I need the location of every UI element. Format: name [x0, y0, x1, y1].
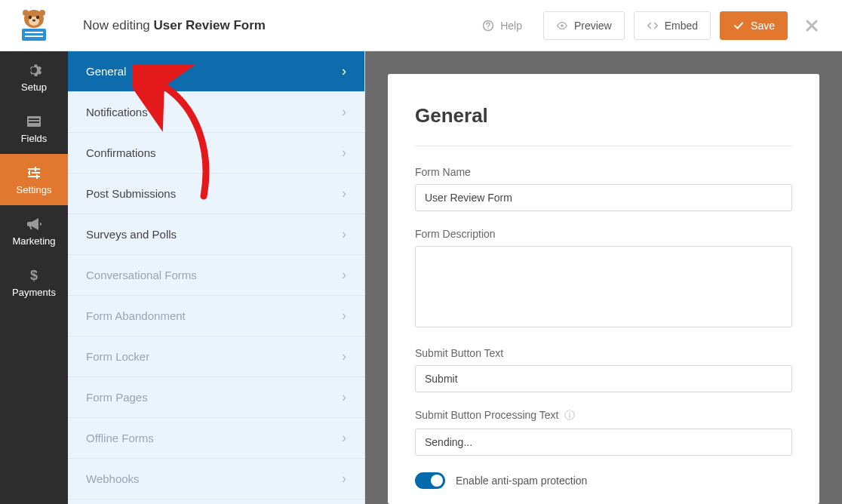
help-label: Help [500, 20, 522, 32]
chevron-right-icon: › [342, 186, 346, 201]
gear-icon [26, 62, 42, 78]
chevron-right-icon: › [342, 349, 346, 364]
svg-point-1 [23, 10, 29, 16]
svg-rect-14 [29, 118, 39, 120]
form-name-label: Form Name [415, 166, 792, 178]
svg-point-12 [561, 24, 564, 27]
sidebar-item-settings[interactable]: Settings [0, 154, 68, 205]
logo-cell [0, 9, 68, 42]
chevron-right-icon: › [342, 430, 346, 446]
sidebar-label: Setup [21, 81, 47, 93]
submit-processing-input[interactable] [415, 429, 792, 456]
svg-point-6 [32, 19, 35, 21]
panel-item-surveys-and-polls[interactable]: Surveys and Polls › [68, 214, 364, 255]
panel-item-form-abandonment[interactable]: Form Abandonment › [68, 296, 364, 337]
svg-rect-8 [25, 32, 43, 33]
chevron-right-icon: › [342, 308, 346, 324]
logo-icon [16, 9, 52, 42]
svg-rect-7 [22, 29, 46, 41]
help-hint-icon[interactable]: ⓘ [564, 409, 575, 421]
sidebar-item-setup[interactable]: Setup [0, 51, 68, 103]
preview-label: Preview [574, 20, 612, 32]
canvas: General Form Name Form Description Submi… [365, 51, 842, 504]
dollar-icon: $ [26, 267, 42, 284]
chevron-right-icon: › [342, 267, 346, 283]
svg-point-11 [487, 27, 489, 29]
embed-button[interactable]: Embed [634, 11, 711, 40]
topbar: Now editing User Review Form Help Previe… [0, 0, 842, 51]
field-form-name: Form Name [415, 166, 792, 211]
panel-item-label: Offline Forms [86, 432, 154, 444]
panel-item-general[interactable]: General › [68, 51, 364, 92]
panel-item-label: Post Submissions [86, 187, 176, 200]
panel-item-form-locker[interactable]: Form Locker › [68, 337, 364, 377]
sidebar-item-fields[interactable]: Fields [0, 103, 68, 154]
panel-item-notifications[interactable]: Notifications › [68, 92, 364, 133]
close-button[interactable] [797, 18, 827, 33]
panel-item-label: Notifications [86, 106, 148, 118]
panel-item-label: Confirmations [86, 146, 156, 159]
antispam-label: Enable anti-spam protection [456, 475, 587, 487]
submit-processing-label: Submit Button Processing Text ⓘ [415, 409, 792, 423]
form-description-label: Form Description [415, 228, 792, 240]
card-heading: General [415, 104, 792, 128]
svg-point-5 [36, 15, 39, 18]
topbar-actions: Help Preview Embed Save [470, 11, 842, 40]
editing-title: Now editing User Review Form [68, 18, 470, 33]
sliders-icon [26, 164, 42, 181]
sidebar: Setup Fields Settings Marketing [0, 51, 68, 504]
panel-item-label: Form Pages [86, 391, 148, 404]
panel-item-form-pages[interactable]: Form Pages › [68, 377, 364, 418]
save-button[interactable]: Save [720, 11, 788, 40]
settings-panel: General › Notifications › Confirmations … [68, 51, 365, 504]
chevron-right-icon: › [342, 471, 346, 487]
svg-point-4 [29, 15, 32, 18]
panel-item-conversational-forms[interactable]: Conversational Forms › [68, 255, 364, 296]
panel-item-offline-forms[interactable]: Offline Forms › [68, 418, 364, 459]
preview-button[interactable]: Preview [543, 11, 625, 40]
eye-icon [556, 20, 568, 32]
panel-item-label: Webhooks [86, 472, 140, 485]
field-form-description: Form Description [415, 228, 792, 330]
chevron-right-icon: › [342, 63, 346, 79]
svg-rect-9 [25, 35, 43, 37]
antispam-toggle[interactable] [415, 472, 445, 489]
editing-form-name: User Review Form [154, 18, 266, 32]
sidebar-label: Fields [21, 133, 48, 144]
panel-item-label: Surveys and Polls [86, 228, 177, 241]
sidebar-label: Settings [17, 184, 52, 195]
field-submit-processing: Submit Button Processing Text ⓘ [415, 409, 792, 456]
svg-text:$: $ [30, 268, 38, 283]
form-description-input[interactable] [415, 246, 792, 327]
panel-item-webhooks[interactable]: Webhooks › [68, 459, 364, 499]
submit-text-input[interactable] [415, 365, 792, 392]
settings-card: General Form Name Form Description Submi… [388, 74, 819, 504]
svg-rect-15 [29, 121, 39, 123]
form-name-input[interactable] [415, 184, 792, 211]
chevron-right-icon: › [342, 226, 346, 242]
check-icon [733, 20, 745, 32]
save-label: Save [751, 20, 775, 32]
chevron-right-icon: › [342, 389, 346, 405]
sidebar-item-payments[interactable]: $ Payments [0, 257, 68, 308]
submit-text-label: Submit Button Text [415, 347, 792, 359]
field-submit-text: Submit Button Text [415, 347, 792, 392]
fields-icon [26, 113, 42, 130]
panel-item-confirmations[interactable]: Confirmations › [68, 133, 364, 174]
sidebar-label: Marketing [12, 235, 55, 247]
help-button[interactable]: Help [470, 11, 534, 40]
code-icon [647, 20, 659, 32]
embed-label: Embed [665, 20, 698, 32]
sidebar-label: Payments [12, 287, 56, 298]
panel-item-label: General [86, 65, 126, 78]
editing-prefix: Now editing [83, 18, 150, 32]
help-icon [482, 20, 494, 32]
panel-item-label: Form Locker [86, 350, 149, 363]
panel-item-post-submissions[interactable]: Post Submissions › [68, 174, 364, 214]
close-icon [804, 18, 819, 33]
divider [415, 146, 792, 146]
sidebar-item-marketing[interactable]: Marketing [0, 205, 68, 257]
panel-item-label: Form Abandonment [86, 309, 186, 322]
panel-item-label: Conversational Forms [86, 269, 197, 281]
chevron-right-icon: › [342, 104, 346, 120]
